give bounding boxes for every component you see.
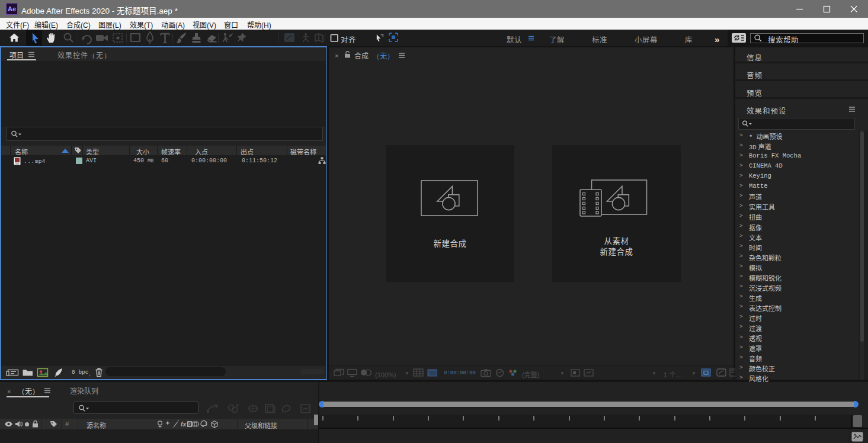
svg-text:fx: fx [181, 420, 187, 428]
